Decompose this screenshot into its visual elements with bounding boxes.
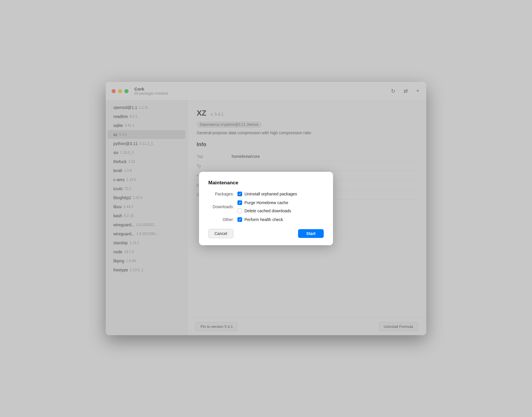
uninstall-orphaned-label: Uninstall orphaned packages xyxy=(244,192,297,196)
purge-cache-row: Purge Homebrew cache xyxy=(237,200,291,205)
health-check-row: Perform health check xyxy=(237,217,283,222)
packages-label: Packages: xyxy=(208,192,237,196)
packages-row: Packages: Uninstall orphaned packages xyxy=(208,192,324,196)
purge-cache-checkbox[interactable] xyxy=(237,200,242,205)
uninstall-orphaned-row: Uninstall orphaned packages xyxy=(237,192,297,196)
cancel-button[interactable]: Cancel xyxy=(208,229,233,238)
downloads-label: Downloads: xyxy=(208,204,237,209)
modal-buttons: Cancel Start xyxy=(208,229,324,238)
delete-cached-checkbox[interactable] xyxy=(237,208,242,213)
health-check-checkbox[interactable] xyxy=(237,217,242,222)
delete-cached-row: Delete cached downloads xyxy=(237,208,291,213)
purge-cache-label: Purge Homebrew cache xyxy=(244,200,288,205)
health-check-label: Perform health check xyxy=(244,217,283,222)
delete-cached-label: Delete cached downloads xyxy=(244,208,291,213)
modal-overlay: Maintenance Packages: Uninstall orphaned… xyxy=(106,82,426,335)
app-window: Cork 69 packages installed ↻ ⇄ + openssl… xyxy=(106,82,426,335)
maintenance-modal: Maintenance Packages: Uninstall orphaned… xyxy=(199,172,333,245)
modal-title: Maintenance xyxy=(208,180,324,186)
start-button[interactable]: Start xyxy=(298,229,324,238)
other-label: Other: xyxy=(208,217,237,222)
uninstall-orphaned-checkbox[interactable] xyxy=(237,192,242,196)
other-row: Other: Perform health check xyxy=(208,217,324,222)
downloads-row: Downloads: Purge Homebrew cache Delete c… xyxy=(208,200,324,213)
